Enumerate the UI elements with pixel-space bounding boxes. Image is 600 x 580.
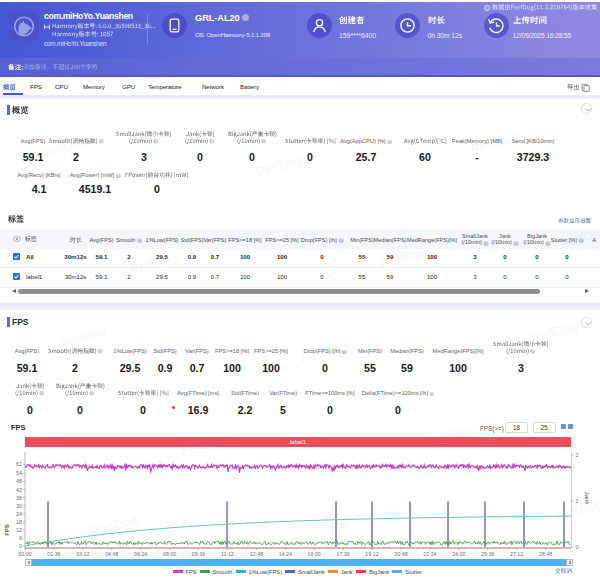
svg-text:28:48: 28:48 [539, 551, 552, 557]
svg-text:1: 1 [576, 498, 579, 504]
svg-text:6: 6 [19, 535, 22, 541]
svg-text:11:12: 11:12 [221, 551, 234, 557]
svg-text:2: 2 [576, 452, 579, 458]
svg-text:20:48: 20:48 [394, 551, 407, 557]
svg-text:01:36: 01:36 [47, 551, 60, 557]
svg-text:0: 0 [576, 544, 579, 550]
svg-text:14:24: 14:24 [279, 551, 292, 557]
svg-text:00:00: 00:00 [18, 551, 31, 557]
svg-text:12:48: 12:48 [250, 551, 263, 557]
svg-text:03:12: 03:12 [76, 551, 89, 557]
svg-text:09:36: 09:36 [192, 551, 205, 557]
svg-text:25:36: 25:36 [481, 551, 494, 557]
svg-text:19:12: 19:12 [365, 551, 378, 557]
svg-text:0: 0 [19, 543, 22, 549]
svg-text:24:00: 24:00 [452, 551, 465, 557]
svg-text:Jank: Jank [584, 492, 590, 506]
svg-text:22:24: 22:24 [423, 551, 436, 557]
svg-text:30: 30 [16, 503, 22, 509]
svg-text:16:00: 16:00 [308, 551, 321, 557]
svg-text:48: 48 [16, 478, 22, 484]
svg-text:04:48: 04:48 [105, 551, 118, 557]
svg-text:FPS: FPS [4, 524, 10, 536]
svg-text:24: 24 [16, 511, 22, 517]
svg-text:06:24: 06:24 [134, 551, 147, 557]
svg-text:42: 42 [16, 487, 22, 493]
svg-text:27:12: 27:12 [510, 551, 523, 557]
svg-text:18: 18 [16, 519, 22, 525]
svg-text:17:36: 17:36 [336, 551, 349, 557]
svg-text:54: 54 [16, 470, 22, 476]
svg-text:61: 61 [16, 461, 22, 467]
svg-text:36: 36 [16, 495, 22, 501]
svg-text:12: 12 [16, 527, 22, 533]
svg-text:08:00: 08:00 [163, 551, 176, 557]
